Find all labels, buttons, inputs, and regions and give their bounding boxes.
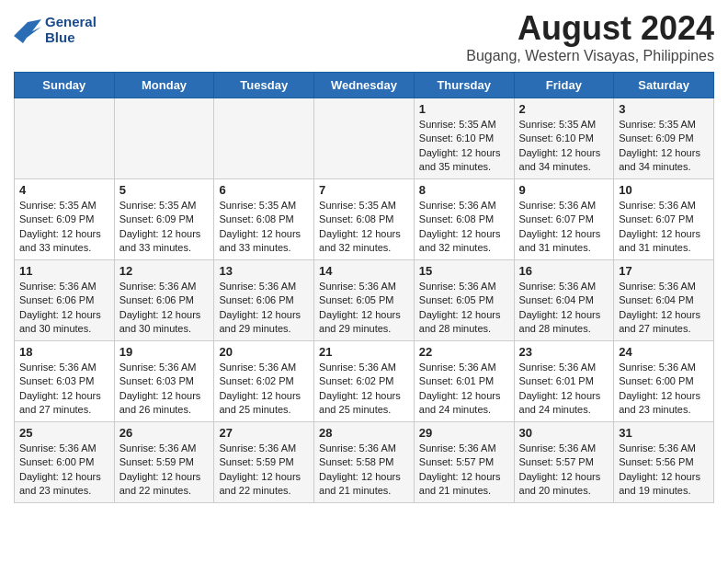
day-info: Sunrise: 5:36 AM Sunset: 6:07 PM Dayligh… bbox=[519, 199, 609, 256]
day-number: 21 bbox=[319, 345, 409, 359]
day-cell: 9Sunrise: 5:36 AM Sunset: 6:07 PM Daylig… bbox=[514, 179, 614, 260]
day-number: 15 bbox=[419, 264, 509, 278]
day-number: 31 bbox=[619, 426, 709, 440]
day-number: 3 bbox=[619, 102, 709, 116]
day-info: Sunrise: 5:36 AM Sunset: 6:04 PM Dayligh… bbox=[519, 280, 609, 337]
day-info: Sunrise: 5:36 AM Sunset: 6:02 PM Dayligh… bbox=[219, 361, 309, 418]
day-number: 29 bbox=[419, 426, 509, 440]
day-info: Sunrise: 5:36 AM Sunset: 6:06 PM Dayligh… bbox=[219, 280, 309, 337]
day-cell: 16Sunrise: 5:36 AM Sunset: 6:04 PM Dayli… bbox=[514, 260, 614, 341]
day-cell: 30Sunrise: 5:36 AM Sunset: 5:57 PM Dayli… bbox=[514, 422, 614, 503]
day-cell: 25Sunrise: 5:36 AM Sunset: 6:00 PM Dayli… bbox=[15, 422, 115, 503]
day-cell: 27Sunrise: 5:36 AM Sunset: 5:59 PM Dayli… bbox=[214, 422, 314, 503]
day-info: Sunrise: 5:35 AM Sunset: 6:10 PM Dayligh… bbox=[519, 118, 609, 175]
week-row-1: 1Sunrise: 5:35 AM Sunset: 6:10 PM Daylig… bbox=[15, 98, 714, 179]
day-number: 9 bbox=[519, 183, 609, 197]
logo-icon bbox=[14, 17, 41, 43]
page-title: August 2024 bbox=[466, 9, 714, 48]
day-number: 11 bbox=[19, 264, 109, 278]
day-cell bbox=[114, 98, 214, 179]
day-cell bbox=[314, 98, 415, 179]
day-cell bbox=[15, 98, 115, 179]
day-number: 14 bbox=[319, 264, 409, 278]
week-row-2: 4Sunrise: 5:35 AM Sunset: 6:09 PM Daylig… bbox=[15, 179, 714, 260]
day-cell: 24Sunrise: 5:36 AM Sunset: 6:00 PM Dayli… bbox=[614, 341, 714, 422]
day-info: Sunrise: 5:36 AM Sunset: 5:59 PM Dayligh… bbox=[219, 442, 309, 499]
day-number: 1 bbox=[419, 102, 509, 116]
day-cell: 7Sunrise: 5:35 AM Sunset: 6:08 PM Daylig… bbox=[314, 179, 415, 260]
day-number: 18 bbox=[19, 345, 109, 359]
day-info: Sunrise: 5:36 AM Sunset: 6:05 PM Dayligh… bbox=[419, 280, 509, 337]
day-cell: 1Sunrise: 5:35 AM Sunset: 6:10 PM Daylig… bbox=[414, 98, 514, 179]
day-number: 28 bbox=[319, 426, 409, 440]
day-info: Sunrise: 5:35 AM Sunset: 6:08 PM Dayligh… bbox=[319, 199, 409, 256]
day-number: 20 bbox=[219, 345, 309, 359]
day-cell: 23Sunrise: 5:36 AM Sunset: 6:01 PM Dayli… bbox=[514, 341, 614, 422]
day-cell bbox=[214, 98, 314, 179]
day-cell: 18Sunrise: 5:36 AM Sunset: 6:03 PM Dayli… bbox=[15, 341, 115, 422]
day-info: Sunrise: 5:36 AM Sunset: 6:00 PM Dayligh… bbox=[619, 361, 709, 418]
day-number: 4 bbox=[19, 183, 109, 197]
day-info: Sunrise: 5:36 AM Sunset: 5:57 PM Dayligh… bbox=[419, 442, 509, 499]
header: General Blue August 2024 Bugang, Western… bbox=[14, 9, 714, 64]
day-cell: 10Sunrise: 5:36 AM Sunset: 6:07 PM Dayli… bbox=[614, 179, 714, 260]
day-info: Sunrise: 5:36 AM Sunset: 6:08 PM Dayligh… bbox=[419, 199, 509, 256]
day-info: Sunrise: 5:36 AM Sunset: 6:01 PM Dayligh… bbox=[419, 361, 509, 418]
day-cell: 13Sunrise: 5:36 AM Sunset: 6:06 PM Dayli… bbox=[214, 260, 314, 341]
day-cell: 8Sunrise: 5:36 AM Sunset: 6:08 PM Daylig… bbox=[414, 179, 514, 260]
header-row: SundayMondayTuesdayWednesdayThursdayFrid… bbox=[15, 73, 714, 98]
day-number: 12 bbox=[119, 264, 210, 278]
col-header-friday: Friday bbox=[514, 73, 614, 98]
day-info: Sunrise: 5:36 AM Sunset: 6:00 PM Dayligh… bbox=[19, 442, 109, 499]
day-number: 16 bbox=[519, 264, 609, 278]
day-info: Sunrise: 5:36 AM Sunset: 6:03 PM Dayligh… bbox=[119, 361, 210, 418]
day-info: Sunrise: 5:36 AM Sunset: 6:04 PM Dayligh… bbox=[619, 280, 709, 337]
day-number: 17 bbox=[619, 264, 709, 278]
col-header-sunday: Sunday bbox=[15, 73, 115, 98]
day-number: 7 bbox=[319, 183, 409, 197]
day-number: 10 bbox=[619, 183, 709, 197]
day-cell: 4Sunrise: 5:35 AM Sunset: 6:09 PM Daylig… bbox=[15, 179, 115, 260]
day-cell: 22Sunrise: 5:36 AM Sunset: 6:01 PM Dayli… bbox=[414, 341, 514, 422]
day-info: Sunrise: 5:36 AM Sunset: 6:02 PM Dayligh… bbox=[319, 361, 409, 418]
col-header-monday: Monday bbox=[114, 73, 214, 98]
day-cell: 3Sunrise: 5:35 AM Sunset: 6:09 PM Daylig… bbox=[614, 98, 714, 179]
day-cell: 21Sunrise: 5:36 AM Sunset: 6:02 PM Dayli… bbox=[314, 341, 415, 422]
col-header-thursday: Thursday bbox=[414, 73, 514, 98]
day-cell: 20Sunrise: 5:36 AM Sunset: 6:02 PM Dayli… bbox=[214, 341, 314, 422]
svg-marker-0 bbox=[14, 19, 41, 43]
day-info: Sunrise: 5:36 AM Sunset: 6:03 PM Dayligh… bbox=[19, 361, 109, 418]
day-cell: 11Sunrise: 5:36 AM Sunset: 6:06 PM Dayli… bbox=[15, 260, 115, 341]
day-cell: 28Sunrise: 5:36 AM Sunset: 5:58 PM Dayli… bbox=[314, 422, 415, 503]
day-cell: 12Sunrise: 5:36 AM Sunset: 6:06 PM Dayli… bbox=[114, 260, 214, 341]
day-cell: 17Sunrise: 5:36 AM Sunset: 6:04 PM Dayli… bbox=[614, 260, 714, 341]
day-info: Sunrise: 5:36 AM Sunset: 6:06 PM Dayligh… bbox=[119, 280, 210, 337]
day-cell: 29Sunrise: 5:36 AM Sunset: 5:57 PM Dayli… bbox=[414, 422, 514, 503]
page-subtitle: Bugang, Western Visayas, Philippines bbox=[466, 48, 714, 64]
week-row-5: 25Sunrise: 5:36 AM Sunset: 6:00 PM Dayli… bbox=[15, 422, 714, 503]
day-info: Sunrise: 5:35 AM Sunset: 6:09 PM Dayligh… bbox=[119, 199, 210, 256]
day-cell: 2Sunrise: 5:35 AM Sunset: 6:10 PM Daylig… bbox=[514, 98, 614, 179]
day-number: 30 bbox=[519, 426, 609, 440]
day-info: Sunrise: 5:35 AM Sunset: 6:09 PM Dayligh… bbox=[619, 118, 709, 175]
day-info: Sunrise: 5:36 AM Sunset: 6:05 PM Dayligh… bbox=[319, 280, 409, 337]
week-row-4: 18Sunrise: 5:36 AM Sunset: 6:03 PM Dayli… bbox=[15, 341, 714, 422]
title-block: August 2024 Bugang, Western Visayas, Phi… bbox=[466, 9, 714, 64]
day-number: 26 bbox=[119, 426, 210, 440]
day-info: Sunrise: 5:36 AM Sunset: 6:01 PM Dayligh… bbox=[519, 361, 609, 418]
col-header-wednesday: Wednesday bbox=[314, 73, 415, 98]
day-info: Sunrise: 5:36 AM Sunset: 6:06 PM Dayligh… bbox=[19, 280, 109, 337]
day-cell: 14Sunrise: 5:36 AM Sunset: 6:05 PM Dayli… bbox=[314, 260, 415, 341]
week-row-3: 11Sunrise: 5:36 AM Sunset: 6:06 PM Dayli… bbox=[15, 260, 714, 341]
day-cell: 31Sunrise: 5:36 AM Sunset: 5:56 PM Dayli… bbox=[614, 422, 714, 503]
day-number: 5 bbox=[119, 183, 210, 197]
day-number: 2 bbox=[519, 102, 609, 116]
logo-text: General Blue bbox=[45, 15, 97, 45]
day-number: 23 bbox=[519, 345, 609, 359]
calendar-body: 1Sunrise: 5:35 AM Sunset: 6:10 PM Daylig… bbox=[15, 98, 714, 503]
day-number: 24 bbox=[619, 345, 709, 359]
day-info: Sunrise: 5:36 AM Sunset: 5:56 PM Dayligh… bbox=[619, 442, 709, 499]
col-header-tuesday: Tuesday bbox=[214, 73, 314, 98]
day-cell: 19Sunrise: 5:36 AM Sunset: 6:03 PM Dayli… bbox=[114, 341, 214, 422]
day-info: Sunrise: 5:36 AM Sunset: 5:57 PM Dayligh… bbox=[519, 442, 609, 499]
